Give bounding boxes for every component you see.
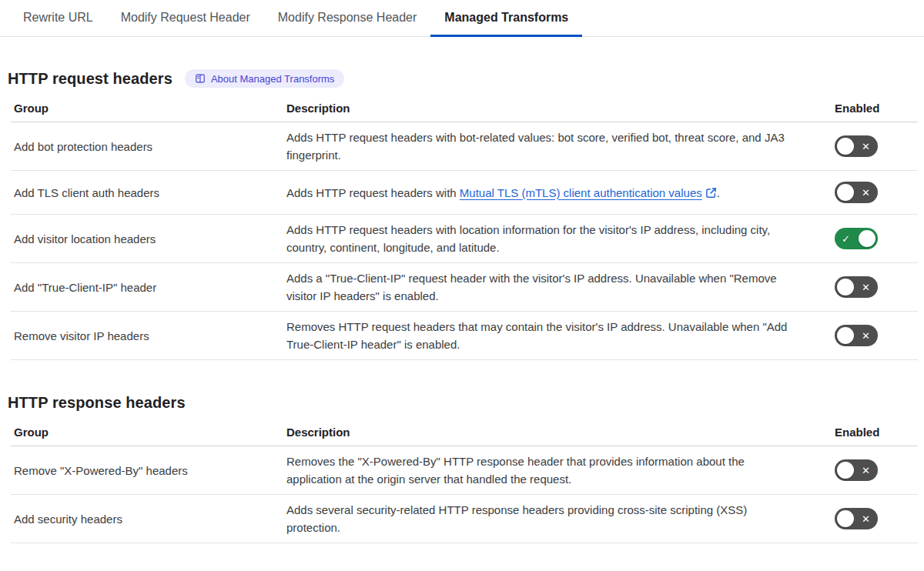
response-section-title: HTTP response headers bbox=[8, 394, 186, 412]
toggle-knob bbox=[859, 230, 875, 247]
request-headers-section: HTTP request headers About Managed Trans… bbox=[0, 69, 924, 360]
toggle-knob bbox=[837, 279, 854, 296]
response-headers-section: HTTP response headers Group Description … bbox=[0, 394, 924, 543]
response-headers-table: Group Description Enabled Remove "X-Powe… bbox=[11, 422, 918, 543]
row-group-label: Remove visitor IP headers bbox=[11, 321, 286, 351]
x-icon: ✕ bbox=[862, 188, 870, 198]
table-row: Add visitor location headers Adds HTTP r… bbox=[11, 215, 918, 263]
row-group-label: Add "True-Client-IP" header bbox=[11, 272, 286, 302]
column-header-enabled: Enabled bbox=[835, 102, 918, 115]
book-icon bbox=[195, 73, 206, 84]
toggle-add-true-client-ip-header[interactable]: ✓ ✕ bbox=[835, 276, 878, 298]
badge-label: About Managed Transforms bbox=[211, 74, 334, 84]
toggle-knob bbox=[837, 510, 854, 527]
x-icon: ✕ bbox=[862, 514, 870, 524]
description-text: Adds HTTP request headers with bbox=[286, 186, 460, 199]
row-group-label: Add TLS client auth headers bbox=[11, 178, 286, 208]
column-header-description: Description bbox=[286, 102, 835, 115]
description-text: . bbox=[717, 186, 720, 199]
table-row: Remove "X-Powered-By" headers Removes th… bbox=[11, 446, 918, 495]
transform-rules-tabbar: Rewrite URL Modify Request Header Modify… bbox=[0, 0, 924, 37]
tab-modify-response-header[interactable]: Modify Response Header bbox=[264, 0, 431, 37]
row-group-label: Add visitor location headers bbox=[11, 224, 286, 254]
x-icon: ✕ bbox=[862, 331, 870, 341]
row-description: Removes HTTP request headers that may co… bbox=[286, 312, 835, 359]
toggle-knob bbox=[837, 462, 854, 479]
mtls-values-link[interactable]: Mutual TLS (mTLS) client authentication … bbox=[460, 186, 702, 199]
toggle-add-tls-client-auth-headers[interactable]: ✓ ✕ bbox=[835, 182, 878, 203]
toggle-add-bot-protection-headers[interactable]: ✓ ✕ bbox=[835, 135, 878, 157]
toggle-knob bbox=[837, 184, 854, 201]
row-group-label: Remove "X-Powered-By" headers bbox=[11, 456, 286, 486]
table-row: Remove visitor IP headers Removes HTTP r… bbox=[11, 312, 918, 360]
row-description: Removes the "X-Powered-By" HTTP response… bbox=[286, 446, 835, 494]
toggle-remove-x-powered-by-headers[interactable]: ✓ ✕ bbox=[835, 459, 878, 481]
column-header-group: Group bbox=[11, 102, 286, 115]
tab-managed-transforms[interactable]: Managed Transforms bbox=[430, 0, 582, 37]
x-icon: ✕ bbox=[862, 142, 870, 152]
toggle-add-security-headers[interactable]: ✓ ✕ bbox=[835, 508, 878, 529]
column-header-group: Group bbox=[11, 426, 286, 439]
x-icon: ✕ bbox=[862, 282, 870, 292]
row-description: Adds HTTP request headers with location … bbox=[286, 215, 835, 262]
row-description: Adds several security-related HTTP respo… bbox=[286, 495, 835, 543]
about-managed-transforms-badge[interactable]: About Managed Transforms bbox=[185, 69, 344, 88]
table-row: Add security headers Adds several securi… bbox=[11, 495, 918, 543]
table-row: Add "True-Client-IP" header Adds a "True… bbox=[11, 263, 918, 312]
row-description: Adds HTTP request headers with bot-relat… bbox=[286, 122, 835, 170]
table-header-row: Group Description Enabled bbox=[11, 422, 918, 446]
table-row: Add bot protection headers Adds HTTP req… bbox=[11, 122, 918, 171]
external-link-icon[interactable] bbox=[705, 187, 717, 199]
table-row: Add TLS client auth headers Adds HTTP re… bbox=[11, 171, 918, 215]
x-icon: ✕ bbox=[862, 466, 870, 476]
toggle-knob bbox=[837, 327, 854, 344]
toggle-add-visitor-location-headers[interactable]: ✓ ✕ bbox=[835, 228, 878, 249]
row-description: Adds HTTP request headers with Mutual TL… bbox=[286, 178, 835, 208]
column-header-enabled: Enabled bbox=[835, 426, 918, 439]
request-section-title: HTTP request headers bbox=[8, 70, 172, 88]
column-header-description: Description bbox=[286, 426, 835, 439]
toggle-remove-visitor-ip-headers[interactable]: ✓ ✕ bbox=[835, 325, 878, 346]
row-group-label: Add bot protection headers bbox=[11, 132, 286, 162]
tab-rewrite-url[interactable]: Rewrite URL bbox=[9, 0, 107, 37]
check-icon: ✓ bbox=[842, 234, 850, 244]
row-group-label: Add security headers bbox=[11, 504, 286, 534]
tab-modify-request-header[interactable]: Modify Request Header bbox=[107, 0, 264, 37]
request-headers-table: Group Description Enabled Add bot protec… bbox=[11, 99, 918, 360]
toggle-knob bbox=[837, 138, 854, 155]
row-description: Adds a "True-Client-IP" request header w… bbox=[286, 263, 835, 311]
table-header-row: Group Description Enabled bbox=[11, 99, 918, 122]
